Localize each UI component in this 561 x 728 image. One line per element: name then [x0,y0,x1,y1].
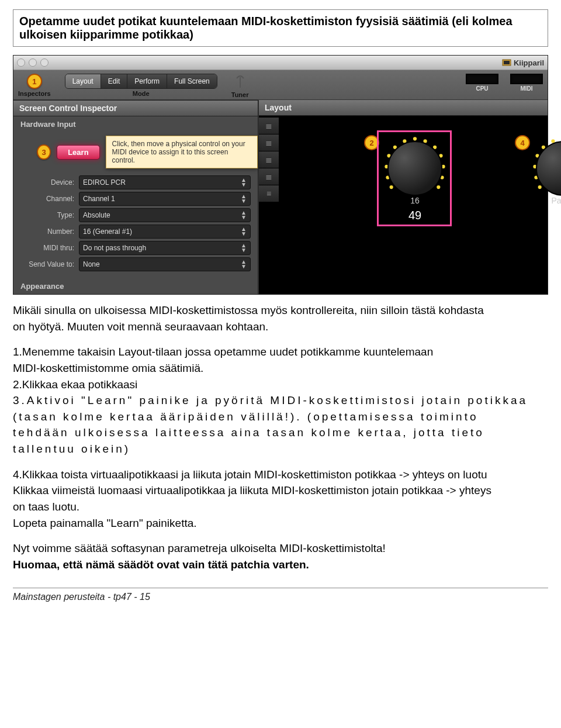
number-select[interactable]: 16 (General #1)▲▼ [79,225,251,239]
midithru-select[interactable]: Do not pass through▲▼ [79,241,251,255]
conclusion-line1: Nyt voimme säätää softasynan parametreja… [13,541,548,556]
svg-point-15 [538,185,542,189]
layout-title-tab[interactable]: Layout [259,100,548,116]
mode-fullscreen[interactable]: Full Screen [167,74,217,88]
device-select[interactable]: EDIROL PCR▲▼ [79,175,251,189]
app-icon [502,58,511,67]
step1-line2: MIDI-koskettimistomme omia säätimiä. [13,361,548,376]
step4-line3: on taas luotu. [13,499,548,515]
knob-2-value: 12 [536,209,561,222]
type-select[interactable]: Absolute▲▼ [79,208,251,222]
toolbar: 1 Inspectors Layout Edit Perform Full Sc… [13,70,548,100]
callout-badge-3: 3 [37,144,51,160]
para1-line1: Mikäli sinulla on ulkoisessa MIDI-kosket… [13,303,548,318]
step4-line4: Lopeta painamalla "Learn" painiketta. [13,516,548,531]
sendvalue-label: Send Value to: [20,260,74,268]
number-label: Number: [20,227,74,236]
toolbar-label-tuner: Tuner [231,91,249,98]
toolbar-label-inspectors: Inspectors [18,90,51,97]
channel-select[interactable]: Channel 1▲▼ [79,192,251,206]
step1-line1: 1.Menemme takaisin Layout-tilaan jossa o… [13,344,548,360]
tuner-icon[interactable] [232,74,248,90]
svg-point-2 [390,185,393,189]
zoom-icon[interactable] [40,58,49,67]
knob-2[interactable]: Param 12 [536,141,561,222]
knob-1[interactable]: 16 49 [387,141,442,222]
align-icon[interactable]: ≣ [259,151,279,168]
inspector-title-tab[interactable]: Screen Control Inspector [13,100,258,116]
step2: 2.Klikkaa ekaa potikkaasi [13,377,548,392]
type-label: Type: [20,211,74,219]
cpu-meter: CPU [466,74,498,92]
callout-badge-2: 2 [364,135,379,150]
learn-button[interactable]: Learn [57,145,99,160]
mode-edit[interactable]: Edit [101,74,128,88]
section-appearance: Appearance [13,278,258,294]
knob-1-value: 49 [387,209,442,222]
body-text: Mikäli sinulla on ulkoisessa MIDI-kosket… [13,303,548,572]
conclusion-line2: Huomaa, että nämä säädöt ovat vain tätä … [13,557,548,572]
close-icon[interactable] [17,58,25,67]
step3-line3: tehdään ulkoisessa laitteessa aina tasan… [13,425,548,440]
learn-tooltip: Click, then move a physical control on y… [106,136,258,168]
doc-name: Kiipparil [502,58,544,67]
mode-layout[interactable]: Layout [65,74,101,88]
midithru-label: MIDI thru: [20,244,74,252]
callout-badge-1: 1 [27,74,42,89]
svg-point-14 [437,185,440,189]
channel-label: Channel: [20,195,74,203]
svg-point-8 [413,137,417,140]
mode-segmented[interactable]: Layout Edit Perform Full Screen [65,74,217,89]
window-titlebar: Kiipparil [13,56,548,70]
page-footer: Mainstagen perusteita - tp47 - 15 [13,588,548,602]
section-hardware-input: Hardware Input [13,116,258,132]
step4-line1: 4.Klikkaa toista virtuaalipotikkaasi ja … [13,467,548,482]
step3-line4: tallentuu oikein) [13,441,548,457]
document-title: Opetamme uudet potikat kuuntelemaan MIDI… [13,9,548,47]
distribute-icon[interactable]: ≡ [259,185,279,202]
app-screenshot: Kiipparil 1 Inspectors Layout Edit Perfo… [13,55,548,295]
inspector-panel: Screen Control Inspector Hardware Input … [13,100,258,294]
align-icon[interactable]: ≣ [259,118,279,134]
para1-line2: on hyötyä. Muuten voit mennä seuraavaan … [13,319,548,334]
sendvalue-select[interactable]: None▲▼ [79,257,251,271]
device-label: Device: [20,178,74,187]
align-icon[interactable]: ≣ [259,134,279,151]
step4-line2: Klikkaa viimeistä luomaasi virtuaalipoti… [13,483,548,498]
svg-rect-1 [504,61,510,64]
minimize-icon[interactable] [29,58,37,67]
mode-perform[interactable]: Perform [127,74,167,88]
align-icon[interactable]: ≣ [259,168,279,185]
layout-mini-toolbar[interactable]: ≣ ≣ ≣ ≣ ≡ [259,118,279,202]
step3-line1: 3.Aktivoi "Learn" painike ja pyöritä MID… [13,393,548,408]
window-traffic-lights[interactable] [17,58,49,67]
layout-canvas[interactable]: Layout ≣ ≣ ≣ ≣ ≡ 2 4 [258,100,548,294]
midi-meter: MIDI [510,74,543,92]
step3-line2: (tasan kolme kertaa ääripäiden välillä!)… [13,409,548,425]
toolbar-label-mode: Mode [133,90,150,97]
